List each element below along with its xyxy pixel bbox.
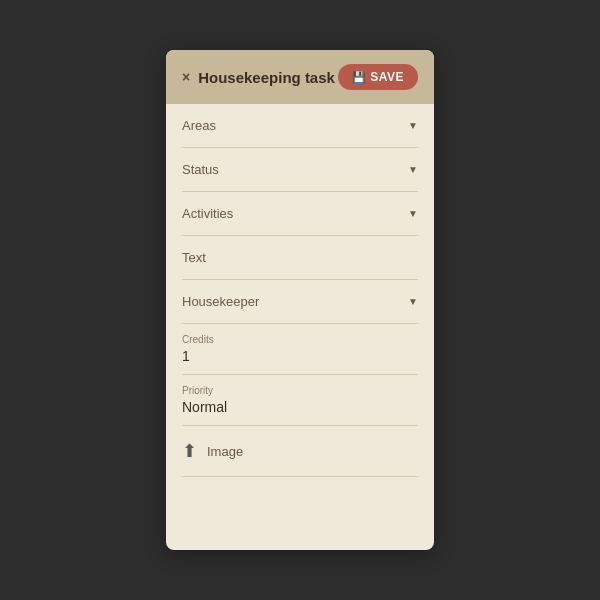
- credits-field[interactable]: Credits 1: [182, 324, 418, 375]
- priority-label: Priority: [182, 385, 418, 396]
- status-chevron-icon: ▼: [408, 164, 418, 175]
- areas-label: Areas: [182, 118, 216, 133]
- form-body: Areas ▼ Status ▼ Activities ▼ Text House…: [166, 104, 434, 537]
- text-label: Text: [182, 250, 206, 265]
- priority-value: Normal: [182, 399, 418, 415]
- upload-icon: ⬆: [182, 440, 197, 462]
- activities-chevron-icon: ▼: [408, 208, 418, 219]
- status-label: Status: [182, 162, 219, 177]
- housekeeper-chevron-icon: ▼: [408, 296, 418, 307]
- image-label: Image: [207, 444, 243, 459]
- header-left: × Housekeeping task: [182, 69, 335, 86]
- save-icon: 💾: [352, 71, 367, 84]
- image-field[interactable]: ⬆ Image: [182, 426, 418, 477]
- activities-label: Activities: [182, 206, 233, 221]
- close-icon[interactable]: ×: [182, 69, 190, 85]
- housekeeping-task-card: × Housekeeping task 💾 SAVE Areas ▼ Statu…: [166, 50, 434, 550]
- status-field[interactable]: Status ▼: [182, 148, 418, 192]
- page-title: Housekeeping task: [198, 69, 335, 86]
- activities-field[interactable]: Activities ▼: [182, 192, 418, 236]
- credits-value: 1: [182, 348, 418, 364]
- card-header: × Housekeeping task 💾 SAVE: [166, 50, 434, 104]
- credits-label: Credits: [182, 334, 418, 345]
- bottom-spacer: [182, 477, 418, 537]
- text-field[interactable]: Text: [182, 236, 418, 280]
- areas-chevron-icon: ▼: [408, 120, 418, 131]
- housekeeper-label: Housekeeper: [182, 294, 259, 309]
- save-button[interactable]: 💾 SAVE: [338, 64, 418, 90]
- areas-field[interactable]: Areas ▼: [182, 104, 418, 148]
- housekeeper-field[interactable]: Housekeeper ▼: [182, 280, 418, 324]
- priority-field[interactable]: Priority Normal: [182, 375, 418, 426]
- save-label: SAVE: [370, 70, 404, 84]
